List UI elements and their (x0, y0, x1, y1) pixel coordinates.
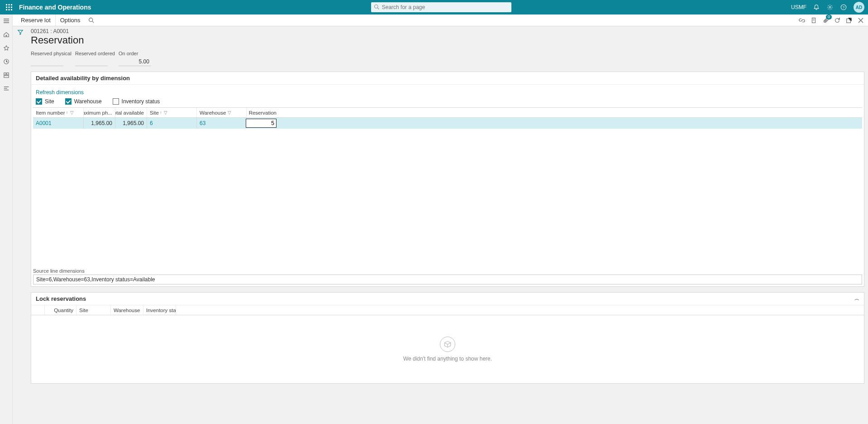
svg-rect-7 (9, 9, 10, 10)
hamburger-icon[interactable] (3, 17, 10, 24)
dim-inventory-status-checkbox[interactable]: Inventory status (113, 98, 160, 105)
table-row[interactable]: A0001 1,965.00 1,965.00 6 63 (33, 118, 862, 129)
reserved-physical-label: Reserved physical (31, 51, 72, 56)
svg-text:?: ? (843, 5, 845, 10)
search-icon (374, 4, 379, 10)
sort-asc-icon: ↑ (66, 110, 68, 115)
col-maximum-physical[interactable]: Maximum ph... (84, 108, 115, 117)
svg-rect-1 (9, 4, 10, 5)
svg-point-11 (829, 6, 831, 8)
on-order-input[interactable] (119, 57, 151, 66)
reservation-input[interactable] (246, 119, 277, 128)
grid-empty-space (33, 129, 862, 265)
empty-box-icon (440, 337, 455, 352)
checkbox-icon (36, 98, 42, 105)
source-line-dimensions-input[interactable] (33, 275, 862, 284)
empty-state: We didn't find anything to show here. (31, 315, 864, 383)
filter-icon[interactable]: ▽ (164, 110, 167, 115)
reserved-ordered-label: Reserved ordered (75, 51, 115, 56)
svg-rect-4 (9, 7, 10, 8)
cell-item-number[interactable]: A0001 (33, 118, 84, 129)
legal-entity[interactable]: USMF (791, 4, 806, 10)
popout-icon[interactable] (845, 17, 853, 24)
svg-rect-6 (6, 9, 7, 10)
col-total-available[interactable]: Total available (115, 108, 147, 117)
svg-rect-0 (6, 4, 7, 5)
global-search[interactable] (371, 2, 511, 12)
col-select[interactable] (31, 305, 45, 315)
on-order-label: On order (119, 51, 151, 56)
modules-icon[interactable] (3, 85, 10, 92)
user-avatar[interactable]: AD (854, 2, 864, 13)
help-icon[interactable]: ? (840, 4, 847, 11)
availability-grid: Item number↑▽ Maximum ph... Total availa… (33, 107, 862, 265)
global-search-input[interactable] (371, 2, 511, 12)
refresh-icon[interactable] (834, 17, 841, 24)
svg-point-9 (374, 5, 378, 9)
svg-rect-17 (4, 76, 9, 77)
page-options-icon[interactable] (810, 17, 817, 24)
col-lock-warehouse[interactable]: Warehouse (111, 305, 143, 315)
col-warehouse[interactable]: Warehouse▽ (197, 108, 247, 117)
app-bar: Finance and Operations USMF ? AD (0, 0, 868, 14)
star-icon[interactable] (3, 44, 10, 52)
checkbox-icon (65, 98, 72, 105)
app-launcher-icon[interactable] (4, 2, 14, 13)
action-search-icon[interactable] (88, 17, 95, 23)
detailed-availability-panel: Detailed availability by dimension Refre… (31, 72, 864, 287)
cell-max: 1,965.00 (84, 118, 115, 129)
svg-rect-3 (6, 7, 7, 8)
bell-icon[interactable] (813, 4, 820, 11)
cell-warehouse[interactable]: 63 (197, 118, 247, 129)
cell-site[interactable]: 6 (147, 118, 197, 129)
refresh-dimensions-link[interactable]: Refresh dimensions (33, 87, 86, 97)
detailed-availability-title: Detailed availability by dimension (36, 75, 130, 82)
home-icon[interactable] (3, 31, 10, 38)
col-lock-inventory-status[interactable]: Inventory sta... (143, 305, 176, 315)
recent-icon[interactable] (3, 58, 10, 65)
attachments-icon[interactable] (822, 17, 829, 24)
options-button[interactable]: Options (56, 14, 85, 26)
source-line-dimensions-label: Source line dimensions (33, 268, 862, 274)
gear-icon[interactable] (826, 4, 834, 11)
collapse-icon[interactable]: ︿ (854, 295, 859, 302)
svg-rect-15 (4, 73, 5, 75)
col-reservation[interactable]: Reservation (247, 108, 279, 117)
lock-reservations-panel: Lock reservations ︿ Quantity Site Wareho… (31, 292, 864, 384)
col-quantity[interactable]: Quantity (45, 305, 76, 315)
cell-total: 1,965.00 (115, 118, 147, 129)
svg-rect-2 (11, 4, 12, 5)
col-site[interactable]: Site↑▽ (147, 108, 197, 117)
link-icon[interactable] (798, 17, 806, 24)
svg-point-18 (89, 18, 93, 22)
empty-state-text: We didn't find anything to show here. (403, 356, 492, 362)
filter-pane-icon[interactable] (17, 29, 24, 35)
lock-reservations-title: Lock reservations (36, 295, 86, 302)
reserved-ordered-input[interactable] (75, 57, 108, 66)
checkbox-icon (113, 98, 119, 105)
app-title: Finance and Operations (19, 4, 91, 11)
close-icon[interactable] (857, 17, 864, 24)
left-nav-rail (0, 14, 13, 424)
filter-icon[interactable]: ▽ (228, 110, 231, 115)
svg-rect-16 (6, 73, 8, 75)
svg-rect-5 (11, 7, 12, 8)
col-item-number[interactable]: Item number↑▽ (33, 108, 84, 117)
action-pane: Reserve lot Options (13, 14, 868, 26)
svg-line-10 (377, 8, 379, 9)
breadcrumb: 001261 : A0001 (31, 28, 864, 34)
sort-asc-icon: ↑ (160, 110, 162, 115)
reserved-physical-input[interactable] (31, 57, 63, 66)
page-title: Reservation (31, 34, 864, 46)
workspace-icon[interactable] (3, 72, 10, 79)
dim-warehouse-checkbox[interactable]: Warehouse (65, 98, 102, 105)
dim-site-checkbox[interactable]: Site (36, 98, 54, 105)
cell-reservation[interactable] (247, 118, 279, 129)
col-lock-site[interactable]: Site (76, 305, 111, 315)
svg-line-19 (92, 21, 94, 23)
svg-rect-8 (11, 9, 12, 10)
reserve-lot-button[interactable]: Reserve lot (16, 14, 56, 26)
filter-icon[interactable]: ▽ (70, 110, 74, 115)
